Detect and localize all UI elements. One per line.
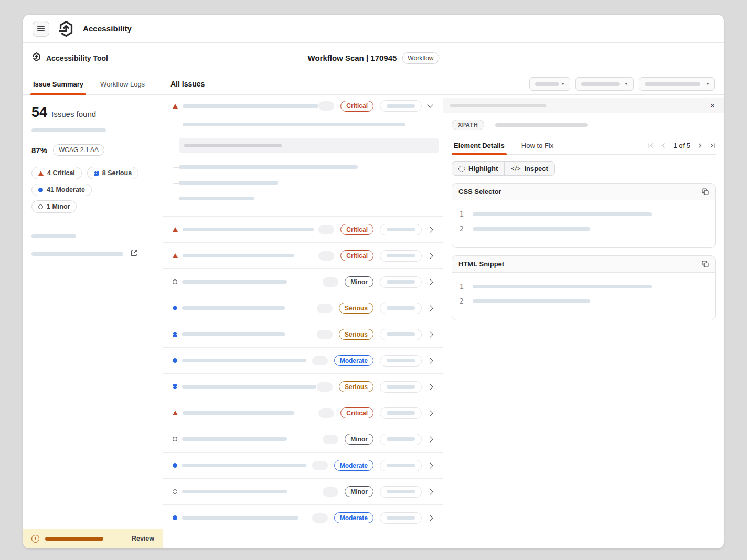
tab-element-details[interactable]: Element Details bbox=[452, 137, 507, 154]
code-skeleton bbox=[473, 212, 652, 216]
chevron-right-icon[interactable] bbox=[427, 436, 433, 442]
issue-list-item: Moderate bbox=[163, 348, 443, 374]
highlight-icon bbox=[458, 166, 465, 172]
tab-workflow-logs[interactable]: Workflow Logs bbox=[98, 73, 147, 94]
scan-header: Accessibility Tool Workflow Scan | 17094… bbox=[23, 43, 724, 73]
wcag-badge: WCAG 2.1 AA bbox=[53, 144, 104, 156]
element-tree-item[interactable] bbox=[179, 138, 443, 153]
issue-title-skeleton bbox=[182, 359, 306, 362]
element-tree-item[interactable] bbox=[179, 197, 443, 200]
count-skeleton-pill bbox=[323, 435, 338, 444]
chevron-right-icon[interactable] bbox=[427, 410, 433, 416]
tab-issue-summary[interactable]: Issue Summary bbox=[30, 73, 86, 94]
filter-dropdown[interactable] bbox=[575, 77, 634, 91]
pagination-label: 1 of 5 bbox=[673, 142, 690, 149]
warning-icon: ! bbox=[31, 535, 39, 543]
count-skeleton-pill bbox=[317, 382, 333, 392]
severity-chip-serious[interactable]: 8 Serious bbox=[87, 167, 138, 179]
tool-name: Accessibility Tool bbox=[46, 54, 108, 62]
minor-severity-icon bbox=[173, 279, 177, 284]
last-page-icon[interactable] bbox=[710, 143, 716, 148]
issue-list-item: Moderate bbox=[163, 505, 443, 531]
first-page-icon[interactable] bbox=[648, 143, 654, 148]
severity-badge: Critical bbox=[340, 407, 374, 418]
issue-row[interactable]: Minor bbox=[163, 426, 443, 452]
chevron-down-icon bbox=[561, 83, 564, 85]
app-window: Accessibility Accessibility Tool Workflo… bbox=[23, 15, 724, 548]
issue-row[interactable]: Serious bbox=[163, 295, 443, 321]
severity-badge: Minor bbox=[345, 276, 374, 287]
issue-row[interactable]: Serious bbox=[163, 321, 443, 347]
chevron-right-icon[interactable] bbox=[427, 384, 433, 390]
review-button[interactable]: Review bbox=[132, 535, 154, 542]
previous-page-icon[interactable] bbox=[660, 143, 666, 148]
severity-chip-critical[interactable]: 4 Critical bbox=[31, 167, 82, 179]
chevron-right-icon[interactable] bbox=[427, 331, 433, 337]
severity-chip-moderate[interactable]: 41 Moderate bbox=[31, 184, 92, 196]
issue-row[interactable]: Critical bbox=[163, 243, 443, 268]
issue-row[interactable]: Critical bbox=[163, 217, 443, 242]
issue-list-item: Minor bbox=[163, 269, 443, 295]
issue-row[interactable]: Moderate bbox=[163, 505, 443, 531]
element-tree bbox=[173, 138, 443, 200]
tool-brand: Accessibility Tool bbox=[31, 52, 108, 64]
selected-element[interactable] bbox=[179, 138, 439, 153]
scan-title-group: Workflow Scan | 170945 Workflow bbox=[308, 52, 440, 64]
severity-chip-minor[interactable]: 1 Minor bbox=[31, 200, 77, 213]
element-tree-item[interactable] bbox=[179, 181, 443, 185]
workflow-badge: Workflow bbox=[402, 52, 439, 64]
chevron-right-icon[interactable] bbox=[427, 358, 433, 363]
count-skeleton-pill bbox=[317, 304, 333, 313]
tag-skeleton-pill bbox=[380, 460, 422, 471]
severity-badge: Moderate bbox=[334, 460, 374, 471]
html-snippet-title: HTML Snippet bbox=[458, 260, 504, 268]
element-skeleton bbox=[179, 181, 278, 185]
filter-dropdown[interactable] bbox=[639, 77, 715, 91]
sidebar-divider bbox=[30, 225, 155, 225]
issue-row[interactable]: Minor bbox=[163, 269, 443, 295]
inspect-button[interactable]: </> Inspect bbox=[504, 162, 554, 175]
severity-chips: 4 Critical8 Serious41 Moderate1 Minor bbox=[31, 167, 154, 213]
issue-row[interactable]: Moderate bbox=[163, 348, 443, 373]
detail-title-skeleton bbox=[450, 104, 546, 107]
tag-skeleton-pill bbox=[380, 407, 422, 419]
copy-icon[interactable] bbox=[702, 188, 709, 195]
chevron-down-icon[interactable] bbox=[427, 102, 433, 107]
issue-list-item: Moderate bbox=[163, 453, 443, 479]
critical-severity-icon bbox=[173, 227, 178, 232]
chevron-right-icon[interactable] bbox=[427, 305, 433, 311]
tag-skeleton-pill bbox=[380, 512, 422, 524]
highlight-button[interactable]: Highlight bbox=[452, 162, 504, 175]
banner-skeleton-bar bbox=[45, 537, 103, 541]
css-selector-title: CSS Selector bbox=[458, 188, 501, 196]
element-tree-item[interactable] bbox=[179, 165, 443, 169]
chevron-right-icon[interactable] bbox=[427, 515, 433, 521]
code-line: 2 bbox=[458, 294, 709, 308]
issue-row[interactable]: Critical bbox=[163, 400, 443, 426]
element-skeleton bbox=[179, 165, 358, 169]
chevron-right-icon[interactable] bbox=[427, 227, 433, 232]
chevron-right-icon[interactable] bbox=[427, 462, 433, 468]
next-page-icon[interactable] bbox=[697, 143, 703, 148]
severity-badge: Critical bbox=[340, 250, 374, 261]
issue-row[interactable]: Serious bbox=[163, 374, 443, 400]
external-link-icon[interactable] bbox=[131, 249, 137, 259]
filter-dropdown[interactable] bbox=[529, 77, 570, 91]
detail-panel-header: ✕ bbox=[443, 98, 724, 113]
issue-row[interactable]: Moderate bbox=[163, 453, 443, 478]
chevron-right-icon[interactable] bbox=[427, 279, 433, 285]
top-bar: Accessibility bbox=[23, 15, 724, 43]
issue-row[interactable]: Critical bbox=[163, 95, 443, 117]
copy-icon[interactable] bbox=[702, 261, 709, 267]
tag-skeleton-pill bbox=[380, 434, 422, 445]
count-skeleton-pill bbox=[312, 461, 328, 470]
chevron-right-icon[interactable] bbox=[427, 253, 433, 259]
close-icon[interactable]: ✕ bbox=[710, 102, 716, 109]
issue-row[interactable]: Minor bbox=[163, 479, 443, 504]
tab-how-to-fix[interactable]: How to Fix bbox=[519, 137, 556, 154]
chevron-right-icon[interactable] bbox=[427, 489, 433, 494]
hamburger-menu-button[interactable] bbox=[33, 21, 49, 37]
severity-badge: Serious bbox=[339, 303, 374, 314]
severity-chip-label: 1 Minor bbox=[47, 203, 70, 210]
issue-list-item: Minor bbox=[163, 479, 443, 505]
